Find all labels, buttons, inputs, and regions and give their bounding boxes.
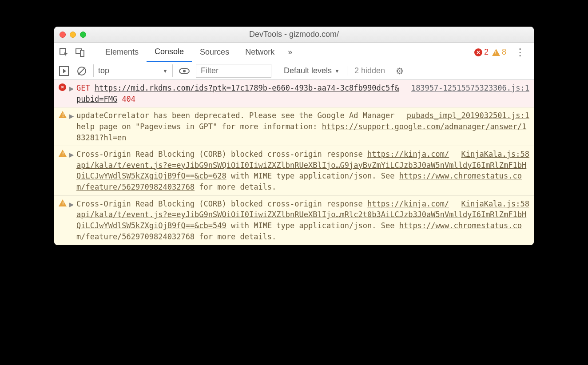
error-icon: × — [474, 48, 482, 56]
console-message-warning[interactable]: ▶ pubads_impl_2019032501.js:1 updateCorr… — [54, 107, 534, 146]
error-count[interactable]: × 2 — [474, 48, 489, 57]
device-toolbar-icon[interactable] — [74, 46, 86, 59]
context-selector[interactable]: top ▼ — [93, 64, 173, 77]
message-text: for more details. — [195, 232, 276, 241]
zoom-window-button[interactable] — [80, 32, 86, 38]
error-icon: × — [59, 83, 66, 91]
context-label: top — [98, 66, 109, 75]
disclosure-triangle-icon[interactable]: ▶ — [69, 83, 76, 104]
message-source-link[interactable]: KinjaKala.js:58 — [461, 149, 529, 160]
tab-network[interactable]: Network — [237, 43, 282, 62]
log-levels-selector[interactable]: Default levels ▼ — [277, 66, 347, 75]
minimize-window-button[interactable] — [70, 32, 76, 38]
message-text: with MIME type application/json. See — [226, 171, 399, 180]
show-console-sidebar-button[interactable] — [58, 65, 70, 77]
tab-sources[interactable]: Sources — [192, 43, 237, 62]
titlebar: DevTools - gizmodo.com/ — [54, 27, 534, 43]
message-source-link[interactable]: 183957-12515575323306.js:1 — [411, 83, 529, 94]
console-messages: × ▶ 183957-12515575323306.js:1 GET https… — [54, 80, 534, 245]
console-message-warning[interactable]: ▶ KinjaKala.js:58 Cross-Origin Read Bloc… — [54, 196, 534, 246]
devtools-menu-button[interactable]: ⋮ — [510, 47, 530, 58]
status-code: 404 — [122, 95, 135, 103]
clear-console-button[interactable] — [75, 65, 88, 77]
devtools-window: DevTools - gizmodo.com/ Elements Console… — [54, 27, 534, 245]
http-method: GET — [76, 83, 90, 92]
message-text: for more details. — [195, 182, 276, 191]
tab-console[interactable]: Console — [147, 43, 192, 62]
message-source-link[interactable]: pubads_impl_2019032501.js:1 — [407, 110, 529, 121]
traffic-lights — [60, 32, 86, 38]
svg-rect-2 — [80, 50, 84, 56]
console-message-warning[interactable]: ▶ KinjaKala.js:58 Cross-Origin Read Bloc… — [54, 146, 534, 196]
console-settings-button[interactable]: ⚙ — [392, 66, 407, 76]
filter-input[interactable] — [196, 64, 271, 78]
message-text: with MIME type application/json. See — [226, 221, 399, 230]
console-message-error[interactable]: × ▶ 183957-12515575323306.js:1 GET https… — [54, 80, 534, 107]
disclosure-triangle-icon[interactable]: ▶ — [69, 149, 76, 193]
disclosure-triangle-icon[interactable]: ▶ — [69, 110, 76, 143]
message-text: Cross-Origin Read Blocking (CORB) blocke… — [76, 150, 367, 159]
chevron-down-icon: ▼ — [163, 68, 168, 74]
inspect-element-icon[interactable] — [58, 46, 70, 59]
close-window-button[interactable] — [60, 32, 66, 38]
panel-tabs: Elements Console Sources Network » — [97, 43, 298, 62]
warning-icon — [492, 49, 500, 56]
warning-icon — [59, 150, 67, 157]
disclosure-triangle-icon[interactable]: ▶ — [69, 198, 76, 242]
warning-icon — [59, 111, 67, 118]
hidden-messages-label[interactable]: 2 hidden — [353, 66, 387, 75]
chevron-down-icon: ▼ — [334, 68, 340, 74]
message-source-link[interactable]: KinjaKala.js:58 — [461, 198, 529, 210]
message-text: Cross-Origin Read Blocking (CORB) blocke… — [76, 199, 367, 208]
warning-icon — [59, 199, 67, 206]
console-toolbar: top ▼ Default levels ▼ 2 hidden ⚙ — [54, 62, 534, 80]
devtools-tabbar: Elements Console Sources Network » × 2 8… — [54, 43, 534, 62]
live-expression-button[interactable] — [178, 65, 191, 77]
more-tabs-button[interactable]: » — [282, 48, 298, 57]
window-title: DevTools - gizmodo.com/ — [249, 30, 339, 39]
warning-count[interactable]: 8 — [492, 48, 506, 57]
tab-elements[interactable]: Elements — [97, 43, 147, 62]
